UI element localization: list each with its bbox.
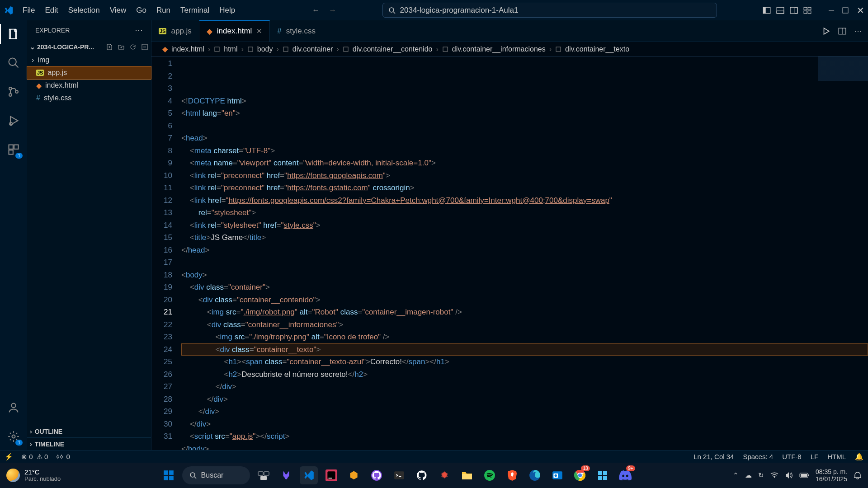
task-view-icon[interactable] bbox=[255, 466, 273, 484]
github-icon[interactable] bbox=[413, 466, 431, 484]
onedrive-tray-icon[interactable]: ☁ bbox=[745, 471, 752, 479]
extensions-activity[interactable]: 1 bbox=[5, 141, 22, 158]
battery-tray-icon[interactable] bbox=[799, 473, 809, 478]
menu-go[interactable]: Go bbox=[132, 3, 151, 18]
edge-icon[interactable] bbox=[526, 466, 544, 484]
minimap[interactable] bbox=[818, 56, 868, 97]
copilot-icon[interactable] bbox=[277, 466, 295, 484]
eol-status[interactable]: LF bbox=[811, 453, 819, 460]
app-icon-1[interactable]: ⬢ bbox=[345, 466, 363, 484]
new-folder-icon[interactable] bbox=[118, 43, 125, 51]
svg-rect-9 bbox=[808, 7, 811, 10]
svg-point-53 bbox=[554, 474, 557, 477]
remote-indicator[interactable]: ⚡ bbox=[5, 453, 13, 461]
search-activity[interactable] bbox=[5, 55, 22, 71]
app-icon-blue[interactable] bbox=[594, 466, 612, 484]
taskbar-search[interactable]: Buscar bbox=[182, 466, 250, 484]
discord-icon[interactable]: 9+ bbox=[616, 466, 634, 484]
outline-section[interactable]: ›OUTLINE bbox=[27, 425, 151, 437]
close-tab-icon[interactable]: ✕ bbox=[256, 27, 262, 35]
close-button[interactable]: ✕ bbox=[857, 5, 864, 16]
language-status[interactable]: HTML bbox=[827, 453, 846, 460]
svg-point-13 bbox=[9, 58, 16, 66]
title-bar: FileEditSelectionViewGoRunTerminalHelp ←… bbox=[0, 0, 868, 20]
app-icon-red[interactable]: ✹ bbox=[435, 466, 453, 484]
menu-help[interactable]: Help bbox=[215, 3, 240, 18]
github-desktop-icon[interactable] bbox=[368, 466, 386, 484]
file-explorer-icon[interactable] bbox=[458, 466, 476, 484]
svg-rect-21 bbox=[9, 150, 13, 154]
wifi-tray-icon[interactable] bbox=[770, 472, 778, 479]
editor-more-icon[interactable]: ⋯ bbox=[854, 27, 862, 35]
minimize-button[interactable]: ─ bbox=[829, 6, 834, 15]
editor-body[interactable]: 1234567891011121314151617181920212223242… bbox=[151, 56, 868, 450]
sync-tray-icon[interactable]: ↻ bbox=[758, 471, 764, 479]
svg-rect-48 bbox=[394, 471, 404, 479]
accounts-activity[interactable] bbox=[5, 399, 22, 416]
encoding-status[interactable]: UTF-8 bbox=[782, 453, 802, 460]
chrome-icon[interactable]: 13 bbox=[571, 466, 589, 484]
explorer-activity[interactable] bbox=[5, 26, 22, 42]
breadcrumb-item[interactable]: div.container bbox=[292, 45, 333, 53]
file-tree: ›imgJSapp.js◆index.html#style.css bbox=[27, 54, 151, 104]
tab-index-html[interactable]: ◆index.html✕ bbox=[199, 20, 270, 42]
split-editor-icon[interactable] bbox=[838, 27, 846, 35]
command-center-search[interactable]: 2034-logica-programacion-1-Aula1 bbox=[382, 3, 717, 18]
run-icon[interactable] bbox=[822, 27, 830, 35]
new-file-icon[interactable] bbox=[106, 43, 113, 51]
menu-terminal[interactable]: Terminal bbox=[176, 3, 214, 18]
tray-expand-icon[interactable]: ⌃ bbox=[733, 471, 739, 479]
layout-sidebar-left-icon[interactable] bbox=[763, 6, 771, 14]
source-control-activity[interactable] bbox=[5, 84, 22, 100]
file-style-css[interactable]: #style.css bbox=[27, 92, 151, 104]
layout-panel-icon[interactable] bbox=[776, 6, 784, 14]
tab-app-js[interactable]: JSapp.js bbox=[151, 20, 199, 42]
vscode-taskbar-icon[interactable] bbox=[300, 466, 318, 484]
menu-view[interactable]: View bbox=[105, 3, 131, 18]
breadcrumb-item[interactable]: div.container__informaciones bbox=[452, 45, 546, 53]
breadcrumbs[interactable]: ◆index.html›html›body›div.container›div.… bbox=[151, 42, 868, 56]
menu-run[interactable]: Run bbox=[152, 3, 175, 18]
terminal-icon[interactable] bbox=[390, 466, 408, 484]
file-app-js[interactable]: JSapp.js bbox=[27, 66, 151, 79]
breadcrumb-item[interactable]: body bbox=[257, 45, 273, 53]
nav-forward-icon[interactable]: → bbox=[329, 6, 336, 15]
taskbar-clock[interactable]: 08:35 p. m. 16/01/2025 bbox=[816, 468, 847, 483]
settings-activity[interactable]: 1 bbox=[5, 428, 22, 445]
indentation-status[interactable]: Spaces: 4 bbox=[743, 453, 773, 460]
tab-style-css[interactable]: #style.css bbox=[270, 20, 323, 42]
breadcrumb-item[interactable]: div.container__contenido bbox=[353, 45, 433, 53]
run-debug-activity[interactable] bbox=[5, 113, 22, 129]
collapse-icon[interactable] bbox=[141, 43, 148, 51]
cursor-position[interactable]: Ln 21, Col 34 bbox=[693, 453, 734, 460]
problems-status[interactable]: ⊗ 0 ⚠ 0 bbox=[21, 453, 48, 461]
code-area[interactable]: <!DOCTYPE html><html lang="en"> <head> <… bbox=[181, 56, 868, 450]
nav-back-icon[interactable]: ← bbox=[312, 6, 320, 15]
customize-layout-icon[interactable] bbox=[803, 6, 811, 14]
layout-sidebar-right-icon[interactable] bbox=[790, 6, 798, 14]
folder-header[interactable]: ⌄ 2034-LOGICA-PR... bbox=[27, 40, 151, 54]
explorer-more-icon[interactable]: ⋯ bbox=[135, 25, 143, 35]
breadcrumb-item[interactable]: div.container__texto bbox=[565, 45, 629, 53]
volume-tray-icon[interactable] bbox=[785, 472, 793, 479]
menu-file[interactable]: File bbox=[18, 3, 39, 18]
file-img[interactable]: ›img bbox=[27, 54, 151, 66]
breadcrumb-item[interactable]: index.html bbox=[171, 45, 204, 53]
intellij-icon[interactable] bbox=[322, 466, 340, 484]
menu-selection[interactable]: Selection bbox=[64, 3, 104, 18]
breadcrumb-item[interactable]: html bbox=[224, 45, 237, 53]
notifications-icon[interactable]: 🔔 bbox=[855, 453, 863, 461]
svg-rect-56 bbox=[598, 471, 602, 475]
timeline-section[interactable]: ›TIMELINE bbox=[27, 437, 151, 450]
notification-center-icon[interactable] bbox=[854, 471, 862, 479]
ports-status[interactable]: 0 bbox=[56, 453, 70, 460]
maximize-button[interactable] bbox=[842, 7, 849, 14]
refresh-icon[interactable] bbox=[129, 43, 137, 51]
brave-icon[interactable] bbox=[503, 466, 521, 484]
outlook-icon[interactable] bbox=[548, 466, 566, 484]
weather-widget[interactable]: 21°C Parc. nublado bbox=[6, 469, 61, 483]
menu-edit[interactable]: Edit bbox=[40, 3, 62, 18]
spotify-icon[interactable] bbox=[481, 466, 499, 484]
start-button[interactable] bbox=[160, 466, 178, 484]
file-index-html[interactable]: ◆index.html bbox=[27, 79, 151, 92]
